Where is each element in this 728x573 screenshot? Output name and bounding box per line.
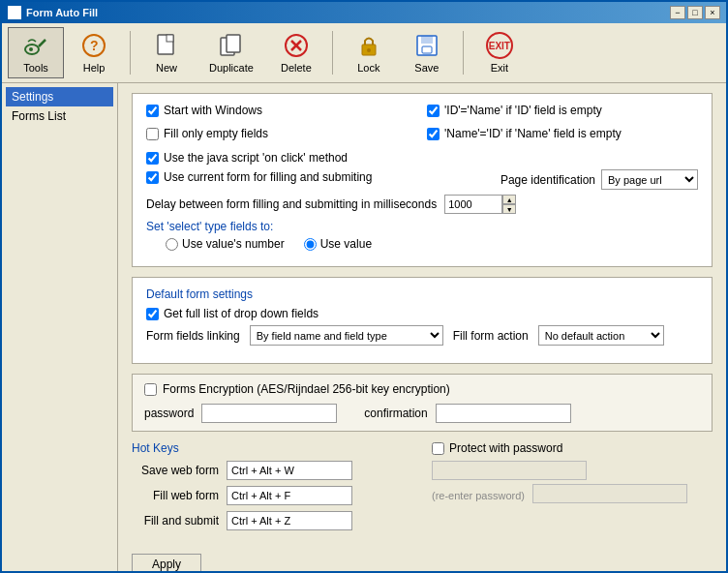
tools-button[interactable]: Tools: [8, 27, 64, 78]
close-button[interactable]: ×: [705, 6, 720, 19]
use-current-form-label: Use current form for filling and submiti…: [164, 170, 372, 184]
fill-web-form-label: Fill web form: [132, 489, 219, 502]
form-fields-linking-label: Form fields linking: [146, 329, 240, 343]
help-icon: ?: [80, 32, 107, 59]
title-bar: 🖊 Form Auto Fill − □ ×: [2, 2, 726, 23]
protect-password-input[interactable]: [432, 461, 587, 480]
svg-text:?: ?: [90, 38, 99, 53]
id-name-checkbox[interactable]: [427, 105, 440, 117]
delay-label: Delay between form filling and submittin…: [146, 197, 437, 211]
svg-point-13: [367, 48, 371, 52]
save-web-form-input[interactable]: [227, 461, 352, 480]
lock-icon: [355, 32, 382, 59]
fill-web-form-input[interactable]: [227, 486, 352, 505]
fill-and-submit-input[interactable]: [227, 511, 352, 530]
fill-and-submit-row: Fill and submit: [132, 511, 412, 530]
name-id-row: 'Name'='ID' if 'Name' field is empty: [427, 127, 698, 140]
fill-form-action-dropdown[interactable]: No default action: [538, 325, 664, 346]
save-label: Save: [414, 62, 439, 74]
confirmation-label: confirmation: [364, 407, 427, 420]
delay-row: Delay between form filling and submittin…: [146, 195, 698, 214]
use-current-form-checkbox[interactable]: [146, 171, 159, 184]
new-label: New: [156, 62, 177, 74]
delete-label: Delete: [281, 62, 312, 74]
hotkeys-right: Protect with password (re-enter password…: [432, 441, 713, 536]
hotkeys-left: Hot Keys Save web form Fill web form Fil…: [132, 441, 412, 536]
svg-rect-16: [422, 46, 432, 53]
java-script-label: Use the java script 'on click' method: [164, 151, 348, 165]
new-button[interactable]: New: [138, 27, 195, 78]
general-options-panel: Start with Windows 'ID'='Name' if 'ID' f…: [132, 93, 713, 267]
content-area: Start with Windows 'ID'='Name' if 'ID' f…: [118, 83, 726, 571]
minimize-button[interactable]: −: [670, 6, 685, 19]
help-button[interactable]: ? Help: [66, 27, 122, 78]
use-current-form-row: Use current form for filling and submiti…: [146, 170, 372, 184]
sidebar-item-settings[interactable]: Settings: [6, 87, 113, 106]
use-value-label: Use value: [320, 237, 372, 251]
svg-rect-15: [421, 36, 433, 44]
save-web-form-row: Save web form: [132, 461, 412, 480]
window-controls: − □ ×: [670, 6, 720, 19]
fill-form-action-label: Fill form action: [453, 329, 529, 343]
delay-input[interactable]: [444, 195, 502, 214]
page-id-dropdown[interactable]: By page url: [601, 169, 698, 190]
duplicate-label: Duplicate: [209, 62, 254, 74]
select-type-section: Set 'select' type fields to: Use value's…: [146, 220, 698, 251]
reenter-password-input[interactable]: [532, 484, 687, 503]
encryption-section: Forms Encryption (AES/Rijndael 256-bit k…: [132, 374, 713, 432]
name-id-checkbox[interactable]: [427, 128, 440, 140]
use-value-number-label: Use value's number: [182, 237, 285, 251]
new-icon: [153, 32, 180, 59]
protect-with-password-checkbox[interactable]: [432, 442, 444, 455]
lock-button[interactable]: Lock: [341, 27, 397, 78]
lock-label: Lock: [357, 62, 379, 74]
get-full-list-checkbox[interactable]: [146, 308, 159, 320]
sidebar-item-forms-list[interactable]: Forms List: [6, 106, 113, 126]
use-value-radio[interactable]: [304, 238, 317, 251]
fill-only-empty-checkbox[interactable]: [146, 128, 159, 140]
duplicate-button[interactable]: Duplicate: [197, 27, 266, 78]
get-full-list-label: Get full list of drop down fields: [164, 307, 318, 320]
use-value-number-row: Use value's number: [166, 237, 285, 251]
encryption-label: Forms Encryption (AES/Rijndael 256-bit k…: [163, 382, 450, 396]
exit-icon: EXIT: [486, 32, 513, 59]
svg-point-2: [29, 47, 33, 51]
id-name-label: 'ID'='Name' if 'ID' field is empty: [444, 104, 602, 117]
java-script-row: Use the java script 'on click' method: [146, 151, 698, 165]
svg-rect-6: [167, 35, 173, 42]
fill-only-empty-label: Fill only empty fields: [164, 127, 268, 140]
app-icon: 🖊: [8, 6, 21, 19]
hotkeys-title: Hot Keys: [132, 441, 412, 455]
password-input[interactable]: [201, 404, 337, 423]
use-value-number-radio[interactable]: [166, 238, 178, 251]
name-id-label: 'Name'='ID' if 'Name' field is empty: [444, 127, 622, 140]
exit-label: Exit: [491, 62, 508, 74]
maximize-button[interactable]: □: [687, 6, 703, 19]
save-button[interactable]: Save: [399, 27, 455, 78]
save-web-form-label: Save web form: [132, 464, 219, 477]
encryption-checkbox[interactable]: [144, 383, 157, 396]
form-fields-row: Form fields linking By field name and fi…: [146, 325, 698, 346]
reenter-row: (re-enter password): [432, 484, 713, 507]
use-value-row: Use value: [304, 237, 372, 251]
hotkeys-section: Hot Keys Save web form Fill web form Fil…: [132, 441, 713, 536]
delay-down-button[interactable]: ▼: [502, 204, 516, 214]
sidebar: Settings Forms List: [2, 83, 118, 571]
delete-button[interactable]: Delete: [268, 27, 324, 78]
reenter-label: (re-enter password): [432, 490, 525, 501]
delay-up-button[interactable]: ▲: [502, 195, 516, 204]
apply-button[interactable]: Apply: [132, 554, 201, 571]
svg-line-1: [39, 40, 46, 46]
java-script-checkbox[interactable]: [146, 152, 159, 165]
fill-and-submit-label: Fill and submit: [132, 514, 219, 528]
save-icon: [413, 32, 440, 59]
form-fields-linking-dropdown[interactable]: By field name and field type: [250, 325, 443, 346]
start-with-windows-checkbox[interactable]: [146, 105, 159, 117]
help-label: Help: [83, 62, 106, 74]
fill-only-empty-row: Fill only empty fields: [146, 127, 417, 140]
default-form-settings-panel: Default form settings Get full list of d…: [132, 277, 713, 364]
confirmation-input[interactable]: [436, 404, 571, 423]
exit-button[interactable]: EXIT Exit: [471, 27, 528, 78]
start-with-windows-row: Start with Windows: [146, 104, 417, 117]
window-title: Form Auto Fill: [26, 7, 98, 18]
